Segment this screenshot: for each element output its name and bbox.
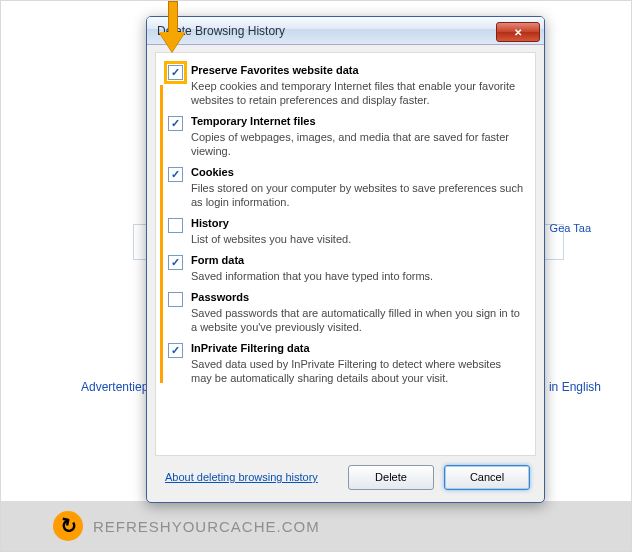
option-label: InPrivate Filtering data (191, 341, 523, 356)
checkbox-inprivate-filtering[interactable] (168, 343, 183, 358)
option-inprivate-filtering[interactable]: InPrivate Filtering data Saved data used… (168, 341, 523, 385)
option-label: Passwords (191, 290, 523, 305)
about-deleting-history-link[interactable]: About deleting browsing history (165, 471, 318, 483)
option-label: Preserve Favorites website data (191, 63, 523, 78)
option-passwords[interactable]: Passwords Saved passwords that are autom… (168, 290, 523, 334)
option-desc: List of websites you have visited. (191, 232, 523, 246)
option-desc: Saved information that you have typed in… (191, 269, 523, 283)
checkbox-history[interactable] (168, 218, 183, 233)
close-icon: ✕ (514, 27, 522, 38)
dialog-titlebar: Delete Browsing History ✕ (147, 17, 544, 45)
delete-browsing-history-dialog: Delete Browsing History ✕ Preserve Favor… (146, 16, 545, 503)
background-right-links[interactable]: Gea Taa (550, 221, 591, 236)
annotation-guide-line (160, 85, 163, 383)
option-history[interactable]: History List of websites you have visite… (168, 216, 523, 246)
site-footer: ↻ REFRESHYOURCACHE.COM (1, 501, 631, 551)
option-label: Temporary Internet files (191, 114, 523, 129)
option-desc: Keep cookies and temporary Internet file… (191, 79, 523, 107)
annotation-arrow-icon (161, 1, 183, 61)
checkbox-temporary-internet-files[interactable] (168, 116, 183, 131)
checkbox-passwords[interactable] (168, 292, 183, 307)
option-desc: Copies of webpages, images, and media th… (191, 130, 523, 158)
option-cookies[interactable]: Cookies Files stored on your computer by… (168, 165, 523, 209)
dialog-footer: About deleting browsing history Delete C… (155, 462, 536, 492)
site-logo-icon: ↻ (53, 511, 83, 541)
option-label: Form data (191, 253, 523, 268)
option-desc: Saved passwords that are automatically f… (191, 306, 523, 334)
option-desc: Saved data used by InPrivate Filtering t… (191, 357, 523, 385)
site-footer-text: REFRESHYOURCACHE.COM (93, 518, 320, 535)
option-form-data[interactable]: Form data Saved information that you hav… (168, 253, 523, 283)
option-preserve-favorites[interactable]: Preserve Favorites website data Keep coo… (168, 63, 523, 107)
screenshot-stage: Gea Taa Advertentiepr om in English ↻ RE… (0, 0, 632, 552)
option-label: Cookies (191, 165, 523, 180)
checkbox-form-data[interactable] (168, 255, 183, 270)
dialog-body: Preserve Favorites website data Keep coo… (155, 52, 536, 456)
option-label: History (191, 216, 523, 231)
background-link-advertentie[interactable]: Advertentiepr (81, 380, 152, 394)
delete-button[interactable]: Delete (348, 465, 434, 490)
dialog-close-button[interactable]: ✕ (496, 22, 540, 42)
option-desc: Files stored on your computer by website… (191, 181, 523, 209)
option-temporary-internet-files[interactable]: Temporary Internet files Copies of webpa… (168, 114, 523, 158)
cancel-button[interactable]: Cancel (444, 465, 530, 490)
checkbox-preserve-favorites[interactable] (168, 65, 183, 80)
checkbox-cookies[interactable] (168, 167, 183, 182)
